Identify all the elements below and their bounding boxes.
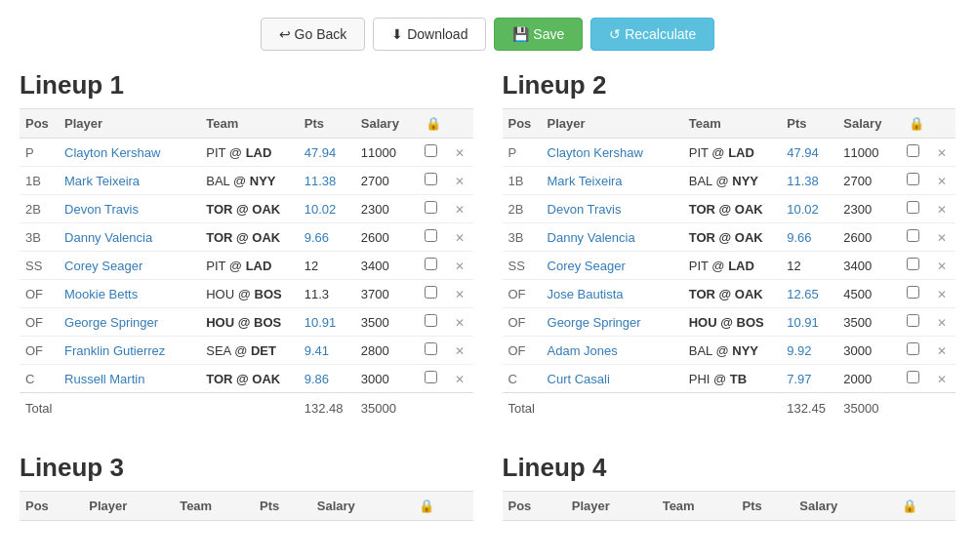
cell-player[interactable]: Mark Teixeira — [59, 167, 200, 195]
cell-lock[interactable] — [901, 308, 931, 337]
player-link[interactable]: Devon Travis — [548, 202, 622, 217]
remove-icon[interactable]: ✕ — [937, 260, 947, 273]
lock-checkbox[interactable] — [907, 144, 919, 157]
lock-checkbox[interactable] — [907, 371, 919, 383]
player-link[interactable]: Corey Seager — [64, 259, 142, 273]
cell-player[interactable]: Franklin Gutierrez — [59, 337, 200, 365]
cell-player[interactable]: Curt Casali — [542, 365, 683, 393]
lock-checkbox[interactable] — [907, 173, 919, 185]
remove-icon[interactable]: ✕ — [937, 146, 947, 160]
player-link[interactable]: Danny Valencia — [548, 230, 635, 245]
cell-remove[interactable]: ✕ — [931, 337, 955, 365]
cell-remove[interactable]: ✕ — [931, 252, 955, 280]
cell-remove[interactable]: ✕ — [931, 223, 955, 252]
cell-lock[interactable] — [419, 139, 449, 167]
remove-icon[interactable]: ✕ — [937, 175, 947, 188]
player-link[interactable]: Corey Seager — [548, 259, 626, 273]
cell-player[interactable]: Devon Travis — [59, 195, 200, 223]
player-link[interactable]: Curt Casali — [548, 372, 610, 386]
player-link[interactable]: Mark Teixeira — [64, 174, 140, 188]
cell-remove[interactable]: ✕ — [449, 195, 473, 223]
cell-lock[interactable] — [901, 195, 931, 223]
player-link[interactable]: Mark Teixeira — [548, 174, 623, 188]
player-link[interactable]: George Springer — [548, 315, 641, 330]
cell-player[interactable]: Corey Seager — [542, 252, 683, 280]
cell-remove[interactable]: ✕ — [449, 280, 473, 308]
lock-checkbox[interactable] — [425, 144, 437, 157]
cell-player[interactable]: Jose Bautista — [542, 280, 683, 308]
cell-remove[interactable]: ✕ — [931, 365, 955, 393]
cell-player[interactable]: Clayton Kershaw — [59, 139, 200, 167]
player-link[interactable]: Jose Bautista — [548, 287, 624, 301]
cell-remove[interactable]: ✕ — [449, 337, 473, 365]
cell-player[interactable]: Corey Seager — [59, 252, 200, 280]
cell-remove[interactable]: ✕ — [449, 167, 473, 195]
player-link[interactable]: Devon Travis — [64, 202, 139, 217]
cell-remove[interactable]: ✕ — [931, 167, 955, 195]
lock-checkbox[interactable] — [907, 229, 919, 242]
cell-player[interactable]: George Springer — [542, 308, 683, 337]
cell-remove[interactable]: ✕ — [449, 223, 473, 252]
player-link[interactable]: Danny Valencia — [64, 230, 152, 245]
remove-icon[interactable]: ✕ — [937, 231, 947, 245]
cell-lock[interactable] — [419, 223, 449, 252]
cell-player[interactable]: George Springer — [59, 308, 200, 337]
cell-player[interactable]: Mookie Betts — [59, 280, 200, 308]
cell-player[interactable]: Adam Jones — [542, 337, 683, 365]
cell-lock[interactable] — [901, 223, 931, 252]
player-link[interactable]: George Springer — [64, 315, 158, 330]
cell-player[interactable]: Devon Travis — [542, 195, 683, 223]
cell-lock[interactable] — [419, 195, 449, 223]
lock-checkbox[interactable] — [425, 258, 437, 270]
cell-remove[interactable]: ✕ — [449, 252, 473, 280]
remove-icon[interactable]: ✕ — [455, 231, 465, 245]
remove-icon[interactable]: ✕ — [937, 373, 947, 386]
remove-icon[interactable]: ✕ — [937, 316, 947, 330]
remove-icon[interactable]: ✕ — [455, 175, 465, 188]
lock-checkbox[interactable] — [907, 258, 919, 270]
remove-icon[interactable]: ✕ — [455, 203, 465, 217]
lock-checkbox[interactable] — [425, 229, 437, 242]
remove-icon[interactable]: ✕ — [455, 344, 465, 358]
cell-remove[interactable]: ✕ — [449, 308, 473, 337]
remove-icon[interactable]: ✕ — [937, 288, 947, 301]
player-link[interactable]: Clayton Kershaw — [548, 145, 643, 160]
cell-lock[interactable] — [901, 365, 931, 393]
cell-player[interactable]: Mark Teixeira — [542, 167, 683, 195]
cell-player[interactable]: Danny Valencia — [59, 223, 200, 252]
lock-checkbox[interactable] — [907, 314, 919, 327]
remove-icon[interactable]: ✕ — [455, 260, 465, 273]
cell-remove[interactable]: ✕ — [449, 365, 473, 393]
cell-lock[interactable] — [419, 252, 449, 280]
lock-checkbox[interactable] — [425, 173, 437, 185]
lock-checkbox[interactable] — [425, 371, 437, 383]
cell-lock[interactable] — [901, 252, 931, 280]
cell-remove[interactable]: ✕ — [931, 139, 955, 167]
cell-lock[interactable] — [901, 139, 931, 167]
cell-player[interactable]: Russell Martin — [59, 365, 200, 393]
cell-remove[interactable]: ✕ — [449, 139, 473, 167]
player-link[interactable]: Franklin Gutierrez — [64, 343, 165, 358]
player-link[interactable]: Russell Martin — [64, 372, 144, 386]
remove-icon[interactable]: ✕ — [937, 344, 947, 358]
cell-remove[interactable]: ✕ — [931, 280, 955, 308]
cell-remove[interactable]: ✕ — [931, 308, 955, 337]
lock-checkbox[interactable] — [907, 201, 919, 214]
remove-icon[interactable]: ✕ — [455, 373, 465, 386]
player-link[interactable]: Adam Jones — [548, 343, 618, 358]
cell-player[interactable]: Clayton Kershaw — [542, 139, 683, 167]
save-button[interactable]: 💾 Save — [494, 18, 583, 51]
lock-checkbox[interactable] — [425, 201, 437, 214]
cell-remove[interactable]: ✕ — [931, 195, 955, 223]
lock-checkbox[interactable] — [907, 286, 919, 299]
lock-checkbox[interactable] — [425, 342, 437, 355]
cell-lock[interactable] — [419, 167, 449, 195]
lock-checkbox[interactable] — [425, 314, 437, 327]
remove-icon[interactable]: ✕ — [455, 146, 465, 160]
cell-lock[interactable] — [901, 167, 931, 195]
remove-icon[interactable]: ✕ — [455, 316, 465, 330]
go-back-button[interactable]: ↩ Go Back — [261, 18, 366, 51]
download-button[interactable]: ⬇ Download — [373, 18, 486, 51]
cell-lock[interactable] — [419, 337, 449, 365]
cell-player[interactable]: Danny Valencia — [542, 223, 683, 252]
